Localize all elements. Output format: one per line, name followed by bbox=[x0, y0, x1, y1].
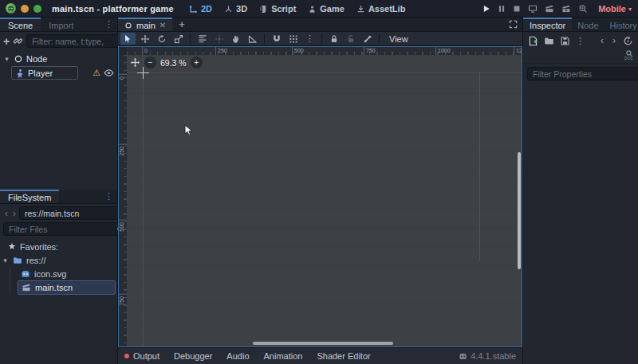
nav-back-icon[interactable]: ‹ bbox=[3, 208, 10, 219]
play-button[interactable] bbox=[482, 5, 490, 13]
skeleton-bone-icon[interactable] bbox=[360, 33, 375, 45]
bottom-tab-shader-editor[interactable]: Shader Editor bbox=[317, 351, 370, 361]
rotate-tool[interactable] bbox=[154, 33, 169, 45]
zoom-in-button[interactable]: + bbox=[191, 57, 202, 68]
bottom-tab-animation[interactable]: Animation bbox=[264, 351, 303, 361]
vertical-ruler: 0 250 500 750 bbox=[119, 55, 127, 346]
viewport-2d[interactable]: 0 250 500 750 1000 1250 0 250 500 750 − … bbox=[118, 46, 522, 347]
minimize-button[interactable] bbox=[21, 5, 29, 13]
stop-button[interactable] bbox=[513, 5, 521, 13]
maximize-button[interactable] bbox=[33, 5, 41, 13]
history-back-icon[interactable]: ‹ bbox=[599, 35, 605, 46]
tab-import[interactable]: Import bbox=[41, 18, 81, 31]
horizontal-scrollbar[interactable] bbox=[253, 342, 393, 345]
nav-forward-icon[interactable]: › bbox=[11, 208, 18, 219]
warning-icon[interactable]: ⚠ bbox=[93, 68, 100, 78]
smart-snap-icon[interactable] bbox=[269, 33, 284, 45]
grid-snap-icon[interactable] bbox=[286, 33, 301, 45]
zoom-out-button[interactable]: − bbox=[145, 57, 156, 68]
filesystem-dock: FileSystem ⋮ ‹ › ★ Favorites: ▾ res:// bbox=[0, 190, 118, 364]
workspace-3d[interactable]: 3D bbox=[224, 4, 247, 14]
pause-button[interactable] bbox=[498, 5, 506, 13]
workspace-assetlib[interactable]: AssetLib bbox=[356, 4, 405, 14]
list-select-icon[interactable] bbox=[195, 33, 210, 45]
remote-debug-icon[interactable] bbox=[528, 4, 538, 14]
folder-icon bbox=[13, 256, 22, 265]
file-row-icon-svg[interactable]: icon.svg bbox=[0, 267, 117, 280]
workspace-game[interactable]: Game bbox=[308, 4, 345, 14]
load-resource-folder-icon[interactable] bbox=[544, 36, 554, 46]
close-icon[interactable]: ✕ bbox=[160, 21, 166, 29]
history-list-icon[interactable] bbox=[623, 36, 633, 46]
new-scene-tab-button[interactable]: + bbox=[172, 18, 191, 31]
ruler-corner bbox=[119, 47, 127, 55]
filter-properties-field[interactable] bbox=[527, 67, 638, 80]
center-view-icon[interactable] bbox=[130, 57, 140, 68]
move-tool[interactable] bbox=[137, 33, 152, 45]
tab-history[interactable]: History bbox=[605, 18, 638, 31]
tree-row-node[interactable]: ▾ Node bbox=[0, 52, 117, 65]
unlock-icon[interactable] bbox=[343, 33, 358, 45]
select-tool[interactable] bbox=[120, 33, 136, 45]
resource-menu-icon[interactable]: ⋮ bbox=[576, 37, 585, 45]
play-custom-scene-button[interactable] bbox=[561, 4, 571, 14]
workspace-2d[interactable]: 2D bbox=[189, 4, 212, 14]
filesystem-tree: ★ Favorites: ▾ res:// icon.svg main.tscn bbox=[0, 238, 117, 295]
bottom-tab-debugger[interactable]: Debugger bbox=[174, 351, 212, 361]
lock-icon[interactable] bbox=[326, 33, 341, 45]
expand-viewport-icon[interactable] bbox=[504, 18, 522, 31]
ruler-tool[interactable] bbox=[245, 33, 260, 45]
zoom-widget: − 69.3 % + bbox=[130, 57, 202, 68]
tab-filesystem[interactable]: FileSystem bbox=[0, 190, 59, 203]
save-icon[interactable] bbox=[560, 36, 570, 46]
new-resource-icon[interactable] bbox=[528, 36, 538, 46]
dock-menu-icon[interactable]: ⋮ bbox=[100, 18, 117, 31]
inspector-toolbar: ⋮ ‹ › bbox=[523, 32, 638, 49]
dock-menu-icon[interactable]: ⋮ bbox=[100, 190, 117, 203]
instance-scene-icon[interactable] bbox=[13, 36, 23, 46]
pivot-tool[interactable] bbox=[211, 33, 226, 45]
movie-maker-icon[interactable] bbox=[578, 4, 588, 14]
visibility-eye-icon[interactable] bbox=[104, 68, 114, 78]
res-folder-row[interactable]: ▾ res:// bbox=[0, 253, 117, 267]
play-scene-button[interactable] bbox=[545, 4, 554, 14]
inspector-dock: Inspector Node History ⋮ ⋮ ‹ › DOC bbox=[522, 18, 638, 364]
renderer-selector[interactable]: Mobile ▾ bbox=[598, 4, 632, 14]
open-docs-icon[interactable]: DOC bbox=[624, 49, 633, 61]
filter-files-field[interactable] bbox=[3, 222, 128, 236]
playback-controls: Mobile ▾ bbox=[482, 0, 632, 18]
collapse-caret-icon[interactable]: ▾ bbox=[3, 55, 10, 63]
vertical-scrollbar[interactable] bbox=[518, 152, 521, 269]
pan-tool[interactable] bbox=[228, 33, 243, 45]
collapse-caret-icon[interactable]: ▾ bbox=[2, 256, 9, 264]
tab-inspector[interactable]: Inspector bbox=[523, 18, 572, 31]
favorites-row[interactable]: ★ Favorites: bbox=[0, 240, 117, 253]
bottom-tab-output[interactable]: Output bbox=[124, 351, 160, 361]
scene-dock-tabs: Scene Import ⋮ bbox=[0, 18, 117, 32]
scale-tool[interactable] bbox=[171, 33, 186, 45]
view-menu[interactable]: View bbox=[384, 34, 414, 44]
current-path-input[interactable] bbox=[25, 209, 132, 218]
origin-marker bbox=[137, 72, 149, 73]
scene-tab-bar: main ✕ + bbox=[118, 18, 522, 32]
assetlib-download-icon bbox=[356, 5, 365, 14]
snap-options-icon[interactable]: ⋮ bbox=[302, 33, 317, 45]
version-info[interactable]: 4.4.1.stable bbox=[459, 351, 516, 361]
scene-root-icon bbox=[124, 22, 132, 29]
tab-scene[interactable]: Scene bbox=[0, 18, 41, 31]
add-node-button[interactable]: + bbox=[3, 36, 10, 47]
tab-node[interactable]: Node bbox=[572, 18, 604, 31]
player-node-box[interactable]: Player bbox=[11, 66, 78, 80]
bottom-tab-audio[interactable]: Audio bbox=[226, 351, 249, 361]
filter-properties-input[interactable] bbox=[533, 69, 638, 79]
canvas[interactable]: − 69.3 % + bbox=[127, 55, 522, 346]
history-forward-icon[interactable]: › bbox=[611, 35, 617, 46]
zoom-percent-label[interactable]: 69.3 % bbox=[160, 58, 187, 68]
script-icon bbox=[259, 5, 268, 14]
scene-tab-main[interactable]: main ✕ bbox=[118, 18, 172, 31]
scene-tree: ▾ Node Player ⚠ bbox=[0, 50, 117, 80]
file-row-main-tscn[interactable]: main.tscn bbox=[18, 280, 116, 295]
filter-files-input[interactable] bbox=[9, 225, 116, 234]
workspace-script[interactable]: Script bbox=[259, 4, 296, 14]
tree-row-player[interactable]: Player ⚠ bbox=[0, 65, 117, 80]
